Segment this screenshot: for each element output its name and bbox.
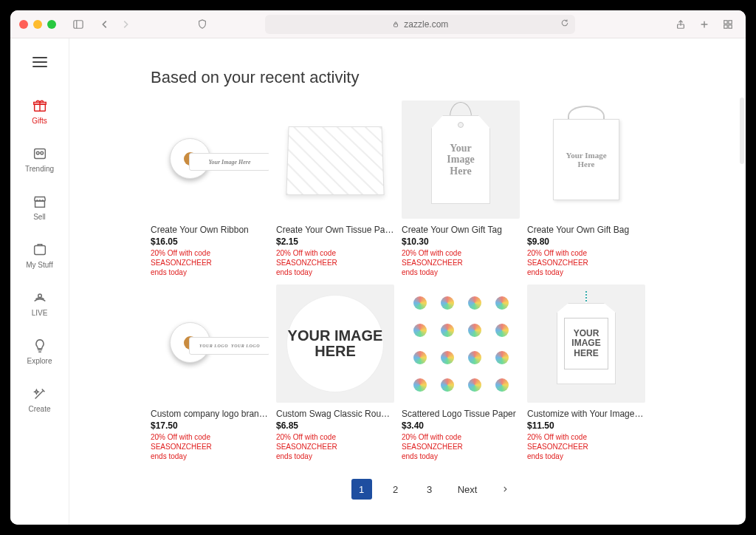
svg-rect-9 (729, 24, 732, 27)
svg-rect-8 (724, 24, 727, 27)
share-icon[interactable] (672, 16, 690, 33)
nav-label: Sell (33, 213, 46, 221)
product-price: $10.30 (402, 236, 520, 247)
reload-icon[interactable] (560, 18, 569, 30)
product-promo: 20% Off with code SEASONZCHEERends today (527, 432, 645, 461)
svg-point-18 (38, 294, 41, 298)
product-card[interactable]: Your Image Here Create Your Own Gift Tag… (402, 100, 520, 277)
svg-point-15 (40, 151, 43, 154)
new-tab-icon[interactable] (695, 16, 713, 33)
product-title: Customize with Your Image Gift Tags (527, 409, 645, 419)
svg-rect-6 (724, 20, 727, 23)
browser-window: zazzle.com Gifts Trending Sell (10, 10, 746, 525)
product-card[interactable]: Scattered Logo Tissue Paper $3.40 20% Of… (402, 284, 520, 461)
sidebar-toggle-icon[interactable] (69, 16, 87, 33)
svg-rect-16 (35, 201, 44, 207)
shield-icon[interactable] (193, 16, 211, 33)
product-price: $6.85 (276, 420, 394, 431)
forward-button[interactable] (117, 16, 134, 33)
product-title: Custom company logo branded business… (151, 409, 269, 419)
product-card[interactable]: YOUR IMAGE HERE Custom Swag Classic Roun… (276, 284, 394, 461)
lock-icon (392, 21, 399, 28)
svg-rect-2 (394, 24, 398, 27)
product-thumbnail: YOUR IMAGE HERE (276, 284, 394, 403)
folder-icon (32, 242, 48, 258)
product-price: $16.05 (151, 236, 269, 247)
nav-label: Gifts (32, 117, 47, 125)
nav-label: Create (28, 405, 50, 413)
nav-label: Trending (25, 165, 54, 173)
wand-icon (32, 386, 48, 402)
sidebar: Gifts Trending Sell My Stuff LIVE Explor… (10, 38, 69, 525)
next-page-button[interactable]: Next (453, 479, 482, 500)
trending-icon (32, 146, 48, 162)
product-card[interactable]: Create Your Own Tissue Paper $2.15 20% O… (276, 100, 394, 277)
product-title: Create Your Own Ribbon (151, 225, 269, 235)
product-thumbnail (402, 284, 520, 403)
product-thumbnail: Your Image Here (151, 100, 269, 219)
back-button[interactable] (96, 16, 114, 33)
titlebar-right (672, 16, 737, 33)
nav-label: My Stuff (26, 261, 53, 269)
product-title: Custom Swag Classic Round Sticker (276, 409, 394, 419)
product-card[interactable]: YOUR IMAGE HERE Customize with Your Imag… (527, 284, 645, 461)
sidebar-item-gifts[interactable]: Gifts (18, 90, 62, 135)
product-thumbnail: YOUR IMAGE HERE (527, 284, 645, 403)
hamburger-icon[interactable] (27, 49, 53, 75)
sidebar-item-explore[interactable]: Explore (18, 330, 62, 375)
minimize-window-button[interactable] (33, 20, 42, 29)
section-heading: Based on your recent activity (151, 68, 716, 87)
close-window-button[interactable] (19, 20, 28, 29)
product-card[interactable]: Your Image Here Create Your Own Gift Bag… (527, 100, 645, 277)
product-card[interactable]: Your Image Here Create Your Own Ribbon $… (151, 100, 269, 277)
page-3-button[interactable]: 3 (419, 479, 440, 500)
main-content: Based on your recent activity Your Image… (69, 38, 746, 525)
address-bar[interactable]: zazzle.com (265, 15, 575, 34)
svg-rect-17 (34, 246, 45, 255)
product-price: $17.50 (151, 420, 269, 431)
product-thumbnail (276, 100, 394, 219)
product-title: Create Your Own Tissue Paper (276, 225, 394, 235)
product-promo: 20% Off with code SEASONZCHEERends today (402, 432, 520, 461)
product-grid: Your Image Here Create Your Own Ribbon $… (151, 100, 716, 461)
product-thumbnail: Your Image Here (527, 100, 645, 219)
window-controls (19, 20, 56, 29)
product-title: Scattered Logo Tissue Paper (402, 409, 520, 419)
scrollbar[interactable] (740, 98, 744, 164)
product-promo: 20% Off with code SEASONZCHEERends today (276, 432, 394, 461)
sidebar-item-sell[interactable]: Sell (18, 186, 62, 231)
nav-buttons (96, 16, 134, 33)
page-body: Gifts Trending Sell My Stuff LIVE Explor… (10, 38, 746, 525)
product-promo: 20% Off with code SEASONZCHEERends today (527, 248, 645, 277)
product-thumbnail: Your Image Here (402, 100, 520, 219)
titlebar: zazzle.com (10, 10, 746, 38)
page-2-button[interactable]: 2 (385, 479, 406, 500)
svg-point-14 (36, 151, 39, 154)
nav-label: Explore (27, 357, 52, 365)
sidebar-item-live[interactable]: LIVE (18, 282, 62, 327)
next-chevron-icon[interactable] (495, 479, 515, 500)
page-1-button[interactable]: 1 (351, 479, 372, 500)
product-price: $9.80 (527, 236, 645, 247)
maximize-window-button[interactable] (47, 20, 56, 29)
sidebar-item-trending[interactable]: Trending (18, 138, 62, 183)
product-title: Create Your Own Gift Tag (402, 225, 520, 235)
pagination: 1 2 3 Next (151, 479, 716, 500)
product-price: $2.15 (276, 236, 394, 247)
product-promo: 20% Off with code SEASONZCHEERends today (151, 248, 269, 277)
url-text: zazzle.com (404, 19, 448, 30)
next-label: Next (458, 484, 478, 495)
live-icon (32, 290, 48, 306)
product-promo: 20% Off with code SEASONZCHEERends today (402, 248, 520, 277)
nav-label: LIVE (32, 309, 48, 317)
bulb-icon (32, 338, 48, 354)
product-price: $3.40 (402, 420, 520, 431)
sidebar-item-create[interactable]: Create (18, 378, 62, 423)
product-title: Create Your Own Gift Bag (527, 225, 645, 235)
tabs-overview-icon[interactable] (719, 16, 737, 33)
product-card[interactable]: YOUR LOGO YOUR LOGO Custom company logo … (151, 284, 269, 461)
product-thumbnail: YOUR LOGO YOUR LOGO (151, 284, 269, 403)
svg-rect-0 (74, 20, 83, 28)
product-promo: 20% Off with code SEASONZCHEERends today (276, 248, 394, 277)
sidebar-item-mystuff[interactable]: My Stuff (18, 234, 62, 279)
